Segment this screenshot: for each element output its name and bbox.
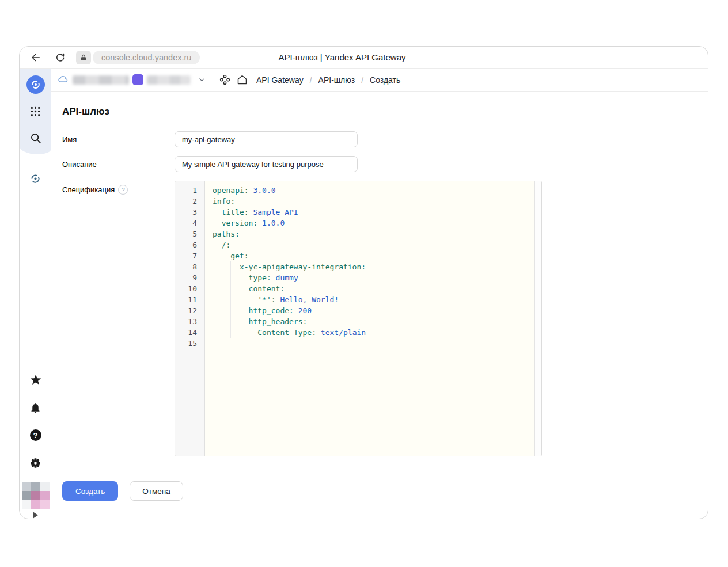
code-line: 11'*': Hello, World! [175,294,534,305]
code-line: 8x-yc-apigateway-integration: [175,261,534,272]
url-text: console.cloud.yandex.ru [101,53,191,62]
expand-panel-arrow[interactable] [33,512,38,519]
bell-icon [29,402,41,414]
back-arrow-icon [30,52,41,63]
avatar-pixel [22,500,31,509]
code-line: 5paths: [175,229,534,239]
notifications-button[interactable] [25,398,46,417]
avatar-pixel [40,500,50,509]
section-heading: API-шлюз [62,106,708,117]
content: API-шлюз Имя Описание Спецификация ? [51,92,708,501]
breadcrumb-api-shlyuz[interactable]: API-шлюз [318,75,355,85]
back-button[interactable] [28,50,44,66]
code-line: 4version: 1.0.0 [175,218,534,229]
browser-toolbar: console.cloud.yandex.ru API-шлюз | Yande… [20,47,708,69]
cloud-console-logo-icon [30,79,41,90]
api-gateway-service-icon [29,173,41,185]
avatar-pixel [31,482,40,491]
code-line: 2info: [175,196,534,207]
spec-label: Спецификация [62,185,115,194]
search-icon [29,132,42,144]
api-gateway-service-button[interactable] [25,169,46,188]
code-line: 13http_headers: [175,316,534,327]
avatar-pixel [31,491,40,500]
code-area[interactable]: 1openapi: 3.0.02info:3title: Sample API4… [175,185,534,349]
all-services-button[interactable] [25,102,46,120]
spec-help-icon[interactable]: ? [118,185,128,195]
code-line: 6/: [175,239,534,250]
reload-button[interactable] [52,50,68,66]
description-label: Описание [62,156,175,172]
create-button[interactable]: Создать [62,481,118,501]
grid-dots-icon [29,105,41,117]
avatar-pixel [31,500,40,509]
cloud-folder-selector[interactable] [57,74,206,86]
question-mark-icon: ? [30,429,41,441]
cloud-icon [57,74,69,86]
breadcrumb-separator: / [310,75,312,85]
code-line: 14Content-Type: text/plain [175,327,534,338]
site-info-button[interactable] [76,51,91,64]
address-bar[interactable]: console.cloud.yandex.ru [93,51,200,64]
folder-avatar [132,74,143,85]
code-line: 12http_code: 200 [175,305,534,316]
description-input[interactable] [175,156,358,172]
name-label: Имя [62,131,175,147]
code-line: 9type: dummy [175,272,534,283]
star-icon [29,374,42,386]
help-button[interactable]: ? [25,426,46,444]
home-icon[interactable] [236,74,248,86]
avatar-pixel [22,491,31,500]
code-line: 3title: Sample API [175,207,534,218]
editor-scrollbar[interactable] [534,181,541,456]
code-line: 15 [175,338,534,349]
favorites-button[interactable] [25,371,46,389]
search-button[interactable] [25,129,46,147]
avatar-pixel [22,482,31,491]
main-area: API Gateway / API-шлюз / Создать API-шлю… [51,69,708,519]
chevron-down-icon [198,75,206,84]
name-input[interactable] [175,131,358,147]
spec-code-editor[interactable]: 1openapi: 3.0.02info:3title: Sample API4… [175,181,542,456]
lock-icon [79,54,88,62]
code-line: 10content: [175,283,534,294]
breadcrumb-separator: / [361,75,363,85]
breadcrumb: API Gateway / API-шлюз / Создать [51,69,708,92]
browser-window: console.cloud.yandex.ru API-шлюз | Yande… [19,46,708,519]
breadcrumb-current-create: Создать [370,75,400,85]
breadcrumb-api-gateway[interactable]: API Gateway [256,75,304,85]
page-title: API-шлюз | Yandex API Gateway [236,52,449,62]
avatar-pixel [40,482,50,491]
services-cluster-icon[interactable] [219,74,231,86]
user-avatar[interactable] [22,482,50,509]
avatar-pixel [40,491,50,500]
code-line: 7get: [175,250,534,261]
cloud-name-redacted [73,75,129,85]
settings-button[interactable] [25,454,46,472]
sidebar: ? [20,69,51,519]
cancel-button[interactable]: Отмена [130,481,183,501]
code-line: 1openapi: 3.0.0 [175,185,534,196]
reload-icon [55,52,66,63]
folder-name-redacted [147,75,191,85]
gear-icon [29,457,41,469]
yandex-cloud-logo-button[interactable] [26,75,45,94]
spec-label-wrap: Спецификация ? [62,181,175,195]
